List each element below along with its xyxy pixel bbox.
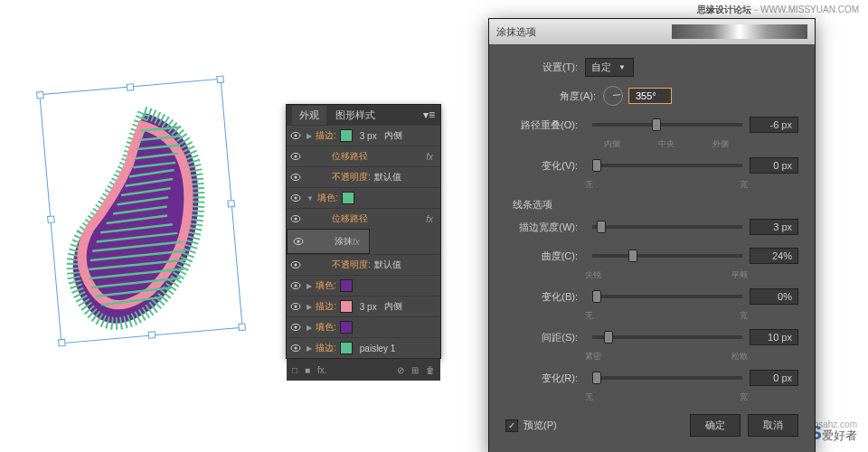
- visibility-icon[interactable]: [290, 322, 301, 333]
- row-value: 默认值: [374, 171, 401, 184]
- selection-box[interactable]: [39, 79, 242, 344]
- spacing-slider[interactable]: [592, 335, 742, 339]
- appearance-row[interactable]: ▶描边:paisley 1: [287, 337, 440, 358]
- appearance-row[interactable]: ▼填色:: [287, 187, 440, 208]
- row-label: 位移路径: [332, 212, 368, 225]
- row-value: 默认值: [374, 259, 401, 271]
- color-swatch[interactable]: [340, 129, 353, 142]
- tab-graphic-styles[interactable]: 图形样式: [328, 106, 382, 125]
- row-label: 填色:: [316, 279, 336, 292]
- spacing-value[interactable]: 10 px: [750, 329, 798, 345]
- handle-w[interactable]: [47, 215, 55, 223]
- visibility-icon[interactable]: [290, 343, 301, 353]
- var1-label: 变化(V):: [505, 159, 578, 173]
- visibility-icon[interactable]: [293, 236, 304, 247]
- add-stroke-icon[interactable]: □: [292, 365, 297, 375]
- expand-icon[interactable]: ▶: [307, 324, 312, 332]
- curv-label: 曲度(C):: [505, 250, 578, 263]
- row-label: 位移路径: [332, 150, 368, 163]
- visibility-icon[interactable]: [290, 172, 301, 183]
- color-swatch[interactable]: [340, 279, 353, 292]
- watermark-top: 思缘设计论坛－WWW.MISSYUAN.COM: [697, 4, 859, 16]
- color-swatch[interactable]: [342, 192, 354, 204]
- curv-slider[interactable]: [592, 254, 742, 258]
- fx-button[interactable]: fx.: [317, 365, 327, 375]
- width-slider[interactable]: [592, 225, 742, 229]
- appearance-row[interactable]: 位移路径fx: [287, 146, 440, 166]
- expand-icon[interactable]: ▼: [307, 194, 314, 202]
- handle-e[interactable]: [227, 199, 235, 207]
- preview-checkbox[interactable]: ✓: [505, 419, 518, 432]
- visibility-icon[interactable]: [290, 213, 301, 224]
- row-label: 填色:: [317, 192, 338, 204]
- expand-icon[interactable]: ▶: [307, 282, 312, 290]
- overlap-value[interactable]: -6 px: [750, 117, 798, 133]
- row-value: 3 px: [360, 131, 377, 141]
- appearance-row[interactable]: ▶填色:: [287, 275, 440, 296]
- width-value[interactable]: 3 px: [750, 219, 798, 235]
- fx-icon[interactable]: fx: [353, 237, 360, 247]
- appearance-row[interactable]: 位移路径fx: [287, 208, 440, 229]
- appearance-row[interactable]: ▶描边:3 px内侧: [287, 125, 440, 146]
- add-fill-icon[interactable]: ■: [305, 365, 310, 375]
- cancel-button[interactable]: 取消: [748, 414, 798, 437]
- visibility-icon[interactable]: [290, 151, 301, 162]
- ok-button[interactable]: 确定: [690, 414, 741, 437]
- expand-icon[interactable]: ▶: [307, 132, 312, 140]
- var3-slider[interactable]: [592, 376, 742, 380]
- appearance-row[interactable]: 不透明度:默认值: [287, 166, 440, 187]
- handle-sw[interactable]: [58, 339, 66, 347]
- var2-slider[interactable]: [592, 295, 742, 298]
- duplicate-icon[interactable]: ⊞: [411, 365, 419, 375]
- svg-point-1: [295, 135, 297, 137]
- color-swatch[interactable]: [340, 321, 353, 334]
- visibility-icon[interactable]: [290, 301, 301, 312]
- setting-select[interactable]: 自定▼: [585, 58, 634, 77]
- fx-icon[interactable]: fx: [426, 214, 433, 224]
- var1-slider[interactable]: [592, 164, 742, 167]
- var3-label: 变化(R):: [505, 372, 578, 385]
- row-label: 填色:: [316, 321, 336, 334]
- visibility-icon[interactable]: [290, 130, 301, 141]
- handle-se[interactable]: [238, 323, 246, 331]
- preview-label: 预览(P): [524, 419, 557, 432]
- visibility-icon[interactable]: [290, 193, 301, 203]
- handle-n[interactable]: [127, 83, 135, 91]
- var2-value[interactable]: 0%: [750, 288, 798, 305]
- color-swatch[interactable]: [340, 300, 353, 313]
- row-label: 不透明度:: [332, 171, 371, 184]
- svg-point-3: [295, 155, 297, 158]
- row-extra: 内侧: [384, 129, 402, 142]
- handle-nw[interactable]: [36, 91, 44, 99]
- trash-icon[interactable]: 🗑: [426, 365, 435, 375]
- expand-icon[interactable]: ▶: [307, 344, 312, 353]
- artwork-canvas: [41, 86, 244, 339]
- tab-appearance[interactable]: 外观: [292, 106, 326, 125]
- expand-icon[interactable]: ▶: [307, 303, 312, 311]
- dialog-titlebar[interactable]: 涂抹选项: [489, 19, 815, 44]
- visibility-icon[interactable]: [290, 259, 301, 270]
- panel-menu-icon[interactable]: ▾≡: [423, 108, 435, 121]
- svg-point-17: [295, 306, 297, 308]
- var1-value[interactable]: 0 px: [750, 157, 798, 174]
- appearance-row[interactable]: 涂抹fx: [287, 229, 370, 254]
- overlap-slider[interactable]: [592, 123, 742, 127]
- color-swatch[interactable]: [340, 342, 353, 354]
- svg-point-7: [295, 197, 297, 200]
- handle-ne[interactable]: [216, 75, 224, 83]
- appearance-row[interactable]: ▶描边:3 px内侧: [287, 296, 440, 316]
- var3-value[interactable]: 0 px: [750, 370, 798, 386]
- fx-icon[interactable]: fx: [426, 152, 433, 162]
- panel-footer: □ ■ fx. ⊘ ⊞ 🗑: [287, 358, 440, 381]
- row-extra: 内侧: [384, 300, 402, 313]
- appearance-row[interactable]: ▶填色:: [287, 316, 440, 337]
- visibility-icon[interactable]: [290, 280, 301, 291]
- clear-icon[interactable]: ⊘: [397, 365, 404, 375]
- angle-input[interactable]: 355°: [628, 88, 672, 104]
- handle-s[interactable]: [148, 331, 156, 339]
- svg-point-15: [295, 285, 297, 287]
- row-value: 3 px: [360, 302, 377, 312]
- curv-value[interactable]: 24%: [750, 248, 798, 264]
- appearance-row[interactable]: 不透明度:默认值: [287, 254, 440, 275]
- angle-dial[interactable]: [603, 86, 623, 106]
